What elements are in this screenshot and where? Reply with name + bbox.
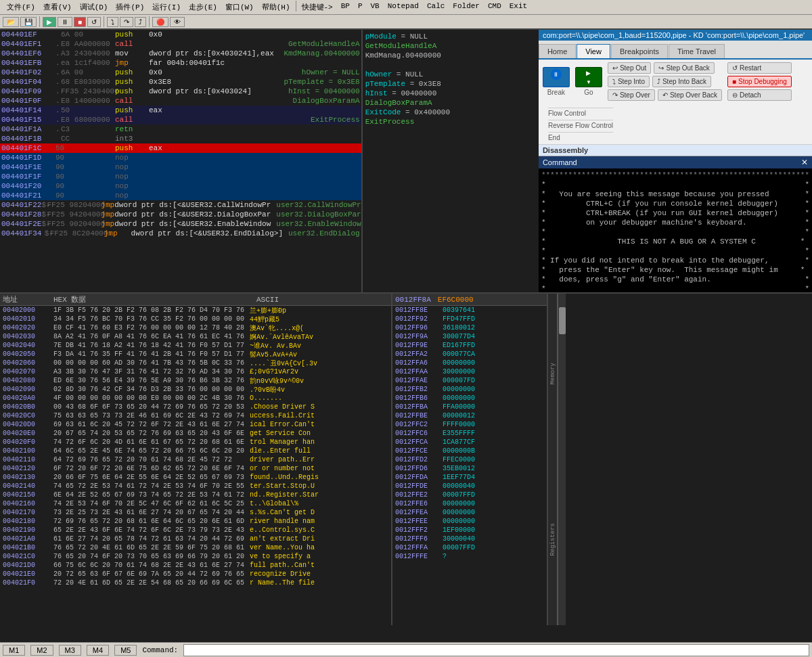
hex-line-0[interactable]: 00402000 1F 3B F5 76 20 2B F2 76 08 2B F… bbox=[0, 306, 391, 315]
disasm-line-6[interactable]: 004401F09 . FF35 24304000 push dword ptr… bbox=[0, 87, 361, 96]
addr-line-9[interactable]: 0012FFB2 00000000 bbox=[392, 385, 547, 394]
disasm-line-9[interactable]: 004401F15 . E8 68000000 call ExitProcess bbox=[0, 115, 361, 124]
addr-line-16[interactable]: 0012FFCE 0000000B bbox=[392, 447, 547, 455]
addr-line-22[interactable]: 0012FFE6 00000000 bbox=[392, 499, 547, 508]
menu-exit[interactable]: Exit bbox=[505, 1, 531, 14]
hex-line-8[interactable]: 00402080 ED 6E 30 76 56 E4 39 76 5E A9 3… bbox=[0, 376, 391, 385]
btn-open[interactable]: 📂 bbox=[3, 17, 19, 27]
step-out-back-button[interactable]: ↪ Step Out Back bbox=[654, 62, 714, 74]
scrollbar-thumb[interactable] bbox=[559, 307, 566, 334]
hex-line-26[interactable]: 004021A0 61 6E 27 74 20 65 78 74 72 61 6… bbox=[0, 535, 391, 543]
addr-line-7[interactable]: 0012FFAA 30000000 bbox=[392, 367, 547, 376]
hex-line-20[interactable]: 00402140 74 65 72 2E 53 74 61 72 74 2E 5… bbox=[0, 482, 391, 491]
status-m3[interactable]: M3 bbox=[59, 645, 81, 656]
hex-line-12[interactable]: 004020C0 75 63 63 65 73 73 2E 46 61 69 6… bbox=[0, 411, 391, 420]
disasm-line-11[interactable]: 004401F1B CC int3 bbox=[0, 134, 361, 143]
break-button[interactable]: ⏸ bbox=[543, 67, 570, 87]
disasm-line-8[interactable]: 004401F14 . 50 push eax bbox=[0, 106, 361, 115]
step-into-button[interactable]: ⤵ Step Into bbox=[608, 76, 650, 87]
btn-step-into[interactable]: ⤵ bbox=[107, 17, 118, 27]
btn-stop[interactable]: ■ bbox=[74, 17, 86, 27]
disasm-line-7[interactable]: 004401F0F . E8 14000000 call DialogBoxPa… bbox=[0, 96, 361, 106]
tab-time-travel[interactable]: Time Travel bbox=[669, 44, 725, 58]
disasm-line-1[interactable]: 004401EF1 . E8 AA000000 call GetModuleHa… bbox=[0, 39, 361, 49]
hex-line-1[interactable]: 00402010 34 34 F5 76 BC 70 F3 76 CC 35 F… bbox=[0, 315, 391, 323]
hex-line-17[interactable]: 00402110 64 72 69 76 65 72 20 70 61 74 6… bbox=[0, 455, 391, 464]
step-into-back-button[interactable]: ⤴ Step Into Back bbox=[652, 76, 711, 87]
addr-line-24[interactable]: 0012FFEE 00000000 bbox=[392, 517, 547, 526]
hex-line-13[interactable]: 004020D0 69 63 61 6C 20 45 72 72 6F 72 2… bbox=[0, 420, 391, 429]
addr-line-25[interactable]: 0012FFF2 1EF00000 bbox=[392, 526, 547, 535]
disasm-line-3[interactable]: 004401EFB . ea 1c1f4000 jmp far 004b:004… bbox=[0, 58, 361, 68]
tab-home[interactable]: Home bbox=[539, 44, 576, 58]
hex-line-2[interactable]: 00402020 E0 CF 41 76 60 E3 F2 76 00 00 0… bbox=[0, 323, 391, 332]
hex-line-7[interactable]: 00402070 A3 3B 30 76 47 3F 31 76 41 72 3… bbox=[0, 367, 391, 376]
disasm-line-10[interactable]: 004401F1A . C3 retn bbox=[0, 124, 361, 134]
disasm-line-21[interactable]: 004401F34 $- FF25 8C204000 jmp dword ptr… bbox=[0, 229, 361, 238]
status-m2[interactable]: M2 bbox=[30, 645, 53, 656]
hex-line-4[interactable]: 00402040 7E DB 41 76 18 A2 41 76 18 42 4… bbox=[0, 341, 391, 350]
addr-line-19[interactable]: 0012FFDA 1EEF77D4 bbox=[392, 473, 547, 482]
step-over-button[interactable]: ↷ Step Over bbox=[608, 89, 655, 101]
addr-line-18[interactable]: 0012FFD6 35EB0012 bbox=[392, 464, 547, 473]
addr-line-12[interactable]: 0012FFBE 00000012 bbox=[392, 411, 547, 420]
menu-help[interactable]: 帮助(H) bbox=[258, 1, 294, 14]
menu-step[interactable]: 走步(E) bbox=[185, 1, 221, 14]
hex-line-15[interactable]: 004020F0 74 72 6F 6C 20 4D 61 6E 61 67 6… bbox=[0, 438, 391, 447]
disasm-line-0[interactable]: 004401EF 6A 00 push 0x0 bbox=[0, 30, 361, 39]
addr-line-3[interactable]: 0012FF9A 300077D4 bbox=[392, 332, 547, 341]
addr-line-21[interactable]: 0012FFE2 00007FFD bbox=[392, 491, 547, 499]
addr-line-11[interactable]: 0012FFBA FFA00000 bbox=[392, 403, 547, 411]
go-button[interactable]: ▶ ▼ bbox=[575, 67, 602, 87]
hex-line-29[interactable]: 004021D0 66 75 6C 6C 20 70 61 74 68 2E 2… bbox=[0, 561, 391, 570]
disasm-line-4[interactable]: 004401F02 . 6A 00 push 0x0 hOwner = NULL bbox=[0, 68, 361, 77]
disasm-line-18[interactable]: 004401F22 $- FF25 98204000 jmp dword ptr… bbox=[0, 200, 361, 210]
stop-debugging-button[interactable]: ■ Stop Debugging bbox=[727, 76, 792, 87]
addr-line-14[interactable]: 0012FFC6 E355FFFF bbox=[392, 429, 547, 438]
addr-line-4[interactable]: 0012FF9E ED167FFD bbox=[392, 341, 547, 350]
menu-folder[interactable]: Folder bbox=[449, 1, 484, 14]
hex-line-25[interactable]: 00402190 65 2E 2E 43 6F 6E 74 72 6F 6C 2… bbox=[0, 526, 391, 535]
hex-line-30[interactable]: 004021E0 20 72 65 63 6F 67 6E 69 7A 65 2… bbox=[0, 570, 391, 579]
disasm-line-13[interactable]: 004401F1D 90 nop bbox=[0, 153, 361, 162]
hex-line-22[interactable]: 00402160 74 2E 53 74 6F 70 2E 5C 47 6C 6… bbox=[0, 499, 391, 508]
hex-content[interactable]: 00402000 1F 3B F5 76 20 2B F2 76 08 2B F… bbox=[0, 306, 391, 625]
restart-button[interactable]: ↺ Restart bbox=[727, 62, 792, 74]
menu-run[interactable]: 运行(I) bbox=[148, 1, 185, 14]
disasm-line-14[interactable]: 004401F1E 90 nop bbox=[0, 162, 361, 172]
hex-line-31[interactable]: 004021F0 72 20 4E 61 6D 65 2E 2E 54 68 6… bbox=[0, 579, 391, 587]
addr-line-6[interactable]: 0012FFA6 00000000 bbox=[392, 359, 547, 367]
menu-plugin[interactable]: 插件(P) bbox=[112, 1, 148, 14]
btn-watch[interactable]: 👁 bbox=[170, 17, 185, 27]
addr-line-15[interactable]: 0012FFCA 1CA877CF bbox=[392, 438, 547, 447]
hex-line-5[interactable]: 00402050 F3 DA 41 76 35 FF 41 76 41 2B 4… bbox=[0, 350, 391, 359]
addr-content[interactable]: 0012FF8E 00397641 0012FF92 FFD47FFD 0012… bbox=[392, 306, 547, 561]
hex-line-3[interactable]: 00402030 8A A2 41 76 0F A8 41 76 6C EA 4… bbox=[0, 332, 391, 341]
tab-breakpoints[interactable]: Breakpoints bbox=[611, 44, 668, 58]
addr-line-20[interactable]: 0012FFDE 00000040 bbox=[392, 482, 547, 491]
btn-run[interactable]: ▶ bbox=[43, 17, 56, 27]
hex-line-19[interactable]: 00402130 20 66 6F 75 6E 64 2E 55 6E 64 2… bbox=[0, 473, 391, 482]
btn-step-out[interactable]: ⤴ bbox=[135, 17, 146, 27]
disasm-line-17[interactable]: 004401F21 90 nop bbox=[0, 191, 361, 200]
status-m4[interactable]: M4 bbox=[87, 645, 109, 656]
step-out-button[interactable]: ↩ Step Out bbox=[608, 62, 651, 74]
hex-line-18[interactable]: 00402120 6F 72 20 6F 72 20 6E 75 6D 62 6… bbox=[0, 464, 391, 473]
menu-cmd[interactable]: CMD bbox=[484, 1, 505, 14]
hex-line-10[interactable]: 004020A0 4F 00 00 00 00 00 00 00 E0 00 0… bbox=[0, 394, 391, 403]
hex-line-9[interactable]: 00402090 02 8D 30 76 42 CF 34 76 D3 2B 3… bbox=[0, 385, 391, 394]
hex-line-16[interactable]: 00402100 64 6C 65 2E 45 6E 74 65 72 20 6… bbox=[0, 447, 391, 455]
hex-line-28[interactable]: 004021C0 76 65 20 74 6F 20 73 70 65 63 6… bbox=[0, 552, 391, 561]
btn-breakpoint[interactable]: 🔴 bbox=[152, 17, 168, 27]
menu-vb[interactable]: VB bbox=[367, 1, 384, 14]
addr-line-8[interactable]: 0012FFAE 000007FD bbox=[392, 376, 547, 385]
disasm-line-16[interactable]: 004401F20 90 nop bbox=[0, 181, 361, 191]
disasm-line-12[interactable]: 004401F1C 50 push eax bbox=[0, 143, 361, 153]
addr-line-13[interactable]: 0012FFC2 FFFF0000 bbox=[392, 420, 547, 429]
hex-line-6[interactable]: 00402060 00 00 00 00 60 AD 30 76 41 7B 4… bbox=[0, 359, 391, 367]
btn-save[interactable]: 💾 bbox=[20, 17, 37, 27]
addr-line-10[interactable]: 0012FFB6 00000000 bbox=[392, 394, 547, 403]
status-m1[interactable]: M1 bbox=[3, 645, 25, 656]
hex-line-11[interactable]: 004020B0 00 43 68 6F 6F 73 65 20 44 72 6… bbox=[0, 403, 391, 411]
menu-debug[interactable]: 调试(D) bbox=[76, 1, 112, 14]
